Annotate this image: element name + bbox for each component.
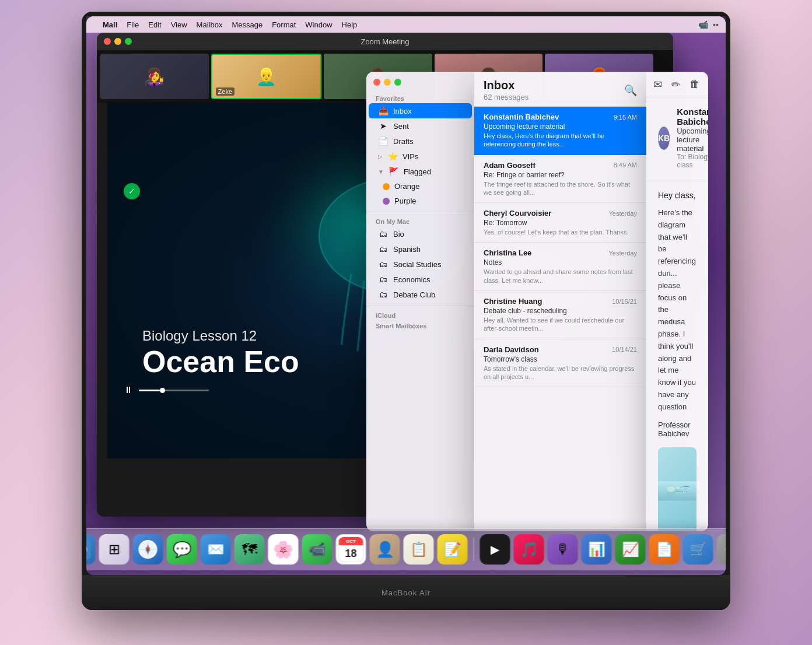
svg-text:BUDDING: BUDDING [684,485,690,486]
inbox-icon: 📥 [378,106,388,115]
sidebar-item-flagged[interactable]: ▼ 🚩 Flagged [369,164,472,179]
edit-icon[interactable]: ✏ [671,78,680,91]
contacts-icon: 👤 [376,541,394,559]
trash-icon[interactable]: 🗑 [690,78,700,90]
svg-rect-6 [658,481,696,500]
sender-name: Konstantin Babichev [677,107,708,127]
detail-signature: Professor Babichev [658,420,696,438]
email-item-3[interactable]: Cheryl Courvoisier Yesterday Re: Tomorro… [474,203,646,243]
email-item-1[interactable]: Konstantin Babichev 9:15 AM Upcoming lec… [474,107,646,155]
detail-content: Here's the diagram that we'll be referen… [658,207,696,413]
email-preview-4: Wanted to go ahead and share some notes … [484,268,637,285]
progress-bar[interactable] [139,390,209,391]
dock-maps[interactable]: 🗺 [235,534,265,565]
sidebar-item-sent[interactable]: ➤ Sent [369,118,472,134]
drafts-icon: 📄 [378,136,388,146]
email-sender-3: Cheryl Courvoisier [484,209,551,218]
dock-appstore[interactable]: 🛒 [683,534,713,565]
email-item-6[interactable]: Darla Davidson 10/14/21 Tomorrow's class… [474,339,646,388]
pages-icon: 📄 [656,541,673,558]
sidebar-item-debate-club[interactable]: 🗂 Debate Club [369,287,472,302]
notes-icon: 📝 [444,541,461,558]
dock-facetime[interactable]: 📹 [302,534,332,565]
dock-reminders[interactable]: 📋 [404,534,434,565]
flagged-icon: 🚩 [388,167,399,176]
sidebar-item-purple[interactable]: Purple [373,194,472,208]
dock-calendar[interactable]: OCT 18 [336,534,366,565]
email-preview-3: Yes, of course! Let's keep that as the p… [484,228,637,236]
mail-fullscreen-button[interactable] [394,79,401,86]
close-button[interactable] [104,38,111,45]
appstore-icon: 🛒 [690,541,707,558]
email-item-2[interactable]: Adam Gooseff 8:49 AM Re: Fringe or barri… [474,155,646,204]
pause-button[interactable]: ⏸ [124,385,133,395]
vips-expand: ▷ [378,153,383,160]
email-subject-3: Re: Tomorrow [484,219,637,227]
dock-system-preferences[interactable]: ⚙️ [717,534,726,565]
screen: Mail File Edit View Mailbox Message Form… [86,16,726,575]
minimize-button[interactable] [114,38,121,45]
dock-messages[interactable]: 💬 [167,534,197,565]
compose-icon[interactable]: ✉ [653,78,662,91]
photos-icon: 🌸 [273,540,293,559]
mail-close-button[interactable] [373,79,380,86]
dock-notes[interactable]: 📝 [438,534,468,565]
calendar-date: 18 [339,545,363,562]
inbox-count: 62 messages [484,93,528,101]
sidebar-item-vips[interactable]: ▷ ⭐ VIPs [369,149,472,164]
email-item-4[interactable]: Christina Lee Yesterday Notes Wanted to … [474,243,646,291]
smart-mailboxes-label: Smart Mailboxes [366,320,474,331]
menu-view[interactable]: View [171,20,187,29]
sidebar-item-social-studies[interactable]: 🗂 Social Studies [369,257,472,272]
svg-text:POLYP: POLYP [684,490,688,492]
sidebar-item-spanish[interactable]: 🗂 Spanish [369,241,472,257]
sender-row: KB Konstantin Babichev Upcoming lecture … [658,107,696,169]
email-preview-6: As stated in the calendar, we'll be revi… [484,364,637,381]
menu-window[interactable]: Window [305,20,332,29]
sidebar-item-drafts[interactable]: 📄 Drafts [369,134,472,149]
menu-help[interactable]: Help [342,20,358,29]
video-thumb-2: 👱‍♂️ Zeke [211,54,322,99]
flagged-label: Flagged [404,167,463,176]
email-time-6: 10/14/21 [612,346,637,353]
menu-edit[interactable]: Edit [148,20,161,29]
dock-mail[interactable]: ✉️ [201,534,231,565]
email-item-5[interactable]: Christine Huang 10/16/21 Debate club - r… [474,291,646,339]
email-sender-4: Christina Lee [484,248,531,257]
wifi-icon: ▪▪ [713,20,719,29]
dock-pages[interactable]: 📄 [649,534,680,565]
app-name[interactable]: Mail [103,20,117,29]
email-row1-3: Cheryl Courvoisier Yesterday [484,209,637,218]
dock-music[interactable]: 🎵 [514,534,544,565]
dock-photos[interactable]: 🌸 [268,534,299,565]
economics-folder-icon: 🗂 [378,275,388,284]
dock-podcasts[interactable]: 🎙 [548,534,578,565]
dock-appletv[interactable]: ▶ [480,534,510,565]
macbook-frame: Mail File Edit View Mailbox Message Form… [82,12,730,610]
fullscreen-button[interactable] [125,38,132,45]
email-list: Konstantin Babichev 9:15 AM Upcoming lec… [474,107,646,525]
dock-numbers[interactable]: 📈 [615,534,646,565]
dock-finder[interactable] [86,534,96,565]
dock-contacts[interactable]: 👤 [370,534,400,565]
drafts-label: Drafts [393,137,463,146]
dock-keynote[interactable]: 📊 [582,534,612,565]
dock-launchpad[interactable]: ⊞ [99,534,130,565]
mail-icon: ✉️ [207,541,225,558]
debate-club-label: Debate Club [393,290,463,299]
menu-format[interactable]: Format [272,20,296,29]
search-icon[interactable]: 🔍 [624,84,637,97]
sidebar-item-orange[interactable]: Orange [373,179,472,194]
dock-divider [474,538,474,561]
sidebar-item-bio[interactable]: 🗂 Bio [369,226,472,241]
mail-detail: ✉ ✏ 🗑 📦 🚫 ‹ KB Konstantin Babichev Upcom… [646,72,708,531]
sidebar-item-inbox[interactable]: 📥 Inbox [369,103,472,118]
bio-label: Bio [393,230,463,239]
email-preview-1: Hey class, Here's the diagram that we'll… [484,132,637,149]
menu-mailbox[interactable]: Mailbox [197,20,223,29]
menu-message[interactable]: Message [232,20,262,29]
mail-minimize-button[interactable] [384,79,391,86]
dock-safari[interactable] [133,534,163,565]
sidebar-item-economics[interactable]: 🗂 Economics [369,272,472,287]
menu-file[interactable]: File [127,20,139,29]
